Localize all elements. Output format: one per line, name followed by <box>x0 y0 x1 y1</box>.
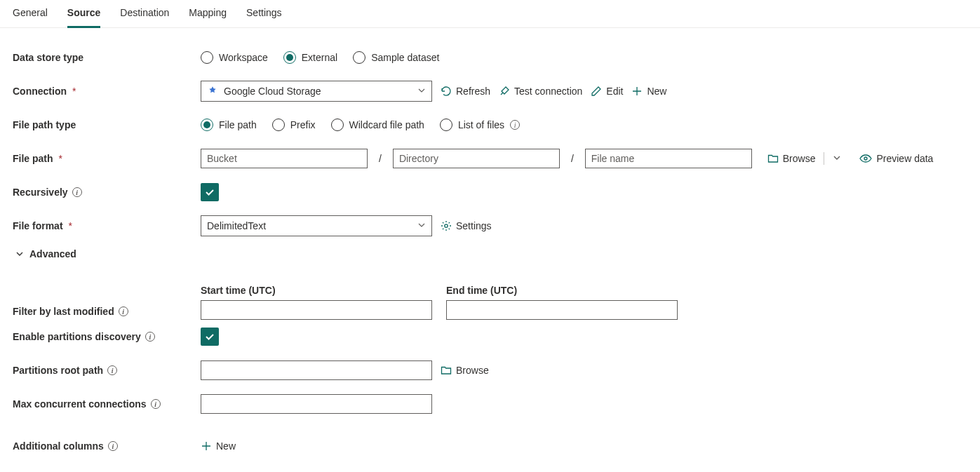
svg-point-1 <box>445 224 448 227</box>
directory-input[interactable] <box>393 149 560 168</box>
info-icon[interactable]: i <box>72 187 82 197</box>
svg-point-0 <box>864 157 867 160</box>
info-icon[interactable]: i <box>145 332 155 342</box>
radio-workspace-label: Workspace <box>219 52 268 63</box>
label-filter-by-last-modified: Filter by last modified i <box>13 306 201 320</box>
connection-value: Google Cloud Storage <box>224 86 321 97</box>
new-column-button[interactable]: New <box>201 440 236 452</box>
refresh-button[interactable]: Refresh <box>441 86 490 97</box>
end-time-label: End time (UTC) <box>446 285 678 296</box>
data-store-type-group: Workspace External Sample dataset <box>201 51 439 64</box>
test-connection-button[interactable]: Test connection <box>499 86 582 97</box>
radio-sample-dataset[interactable]: Sample dataset <box>353 51 439 64</box>
new-connection-label: New <box>647 86 666 97</box>
edit-button[interactable]: Edit <box>591 86 623 97</box>
radio-external[interactable]: External <box>283 51 337 64</box>
info-icon[interactable]: i <box>119 306 128 316</box>
browse-label: Browse <box>783 153 816 164</box>
separator <box>824 152 824 165</box>
file-format-dropdown[interactable]: DelimitedText <box>201 215 432 236</box>
label-partitions-root-path: Partitions root path i <box>13 365 201 376</box>
radio-prefix[interactable]: Prefix <box>272 119 316 131</box>
browse-button[interactable]: Browse <box>767 153 816 164</box>
enable-partitions-checkbox[interactable] <box>201 328 219 346</box>
connection-dropdown[interactable]: Google Cloud Storage <box>201 81 432 102</box>
end-time-input[interactable] <box>446 300 678 320</box>
label-additional-columns: Additional columns i <box>13 440 201 452</box>
new-column-label: New <box>216 440 236 452</box>
tab-bar: General Source Destination Mapping Setti… <box>0 0 980 28</box>
tab-settings[interactable]: Settings <box>246 0 282 28</box>
label-recursively: Recursively i <box>13 187 201 198</box>
path-separator: / <box>376 153 384 164</box>
advanced-label: Advanced <box>29 248 76 259</box>
path-separator: / <box>568 153 577 164</box>
radio-file-path-label: File path <box>219 119 257 130</box>
tab-mapping[interactable]: Mapping <box>189 0 227 28</box>
label-data-store-type: Data store type <box>13 52 201 63</box>
refresh-label: Refresh <box>456 86 490 97</box>
radio-wildcard-label: Wildcard file path <box>349 119 424 130</box>
tab-source[interactable]: Source <box>67 0 100 28</box>
partitions-browse-button[interactable]: Browse <box>441 365 489 376</box>
chevron-down-icon <box>417 86 426 97</box>
start-time-label: Start time (UTC) <box>201 285 432 296</box>
format-settings-button[interactable]: Settings <box>441 220 492 231</box>
label-file-path: File path* <box>13 153 201 164</box>
edit-label: Edit <box>606 86 623 97</box>
label-file-format: File format* <box>13 220 201 231</box>
chevron-down-icon <box>15 250 24 258</box>
label-file-path-type: File path type <box>13 119 201 130</box>
radio-file-path[interactable]: File path <box>201 119 257 131</box>
format-settings-label: Settings <box>456 220 492 231</box>
partitions-root-path-input[interactable] <box>201 360 432 380</box>
radio-list-of-files[interactable]: List of files i <box>440 119 520 131</box>
preview-data-button[interactable]: Preview data <box>859 153 933 164</box>
gcs-icon <box>207 86 218 97</box>
advanced-toggle[interactable]: Advanced <box>15 243 967 271</box>
info-icon[interactable]: i <box>108 441 118 451</box>
info-icon[interactable]: i <box>510 120 520 130</box>
start-time-input[interactable] <box>201 300 432 320</box>
partitions-browse-label: Browse <box>456 365 489 376</box>
radio-sample-label: Sample dataset <box>371 52 439 63</box>
file-path-type-group: File path Prefix Wildcard file path List… <box>201 119 520 131</box>
recursively-checkbox[interactable] <box>201 183 219 201</box>
max-concurrent-connections-input[interactable] <box>201 394 432 414</box>
radio-prefix-label: Prefix <box>290 119 316 130</box>
test-connection-label: Test connection <box>514 86 582 97</box>
label-enable-partitions-discovery: Enable partitions discovery i <box>13 331 201 342</box>
radio-workspace[interactable]: Workspace <box>201 51 268 64</box>
browse-chevron-icon[interactable] <box>833 153 841 164</box>
radio-list-of-files-label: List of files <box>458 119 504 130</box>
radio-external-label: External <box>302 52 337 63</box>
chevron-down-icon <box>417 220 426 231</box>
info-icon[interactable]: i <box>151 399 161 409</box>
label-connection: Connection* <box>13 86 201 97</box>
radio-wildcard[interactable]: Wildcard file path <box>331 119 424 131</box>
label-max-concurrent-connections: Max concurrent connections i <box>13 398 201 410</box>
filename-input[interactable] <box>585 149 752 168</box>
info-icon[interactable]: i <box>107 365 117 375</box>
tab-general[interactable]: General <box>13 0 48 28</box>
new-connection-button[interactable]: New <box>631 86 666 97</box>
bucket-input[interactable] <box>201 149 368 168</box>
source-form: Data store type Workspace External Sampl… <box>0 28 980 472</box>
file-format-value: DelimitedText <box>207 220 266 231</box>
preview-data-label: Preview data <box>876 153 933 164</box>
tab-destination[interactable]: Destination <box>120 0 169 28</box>
